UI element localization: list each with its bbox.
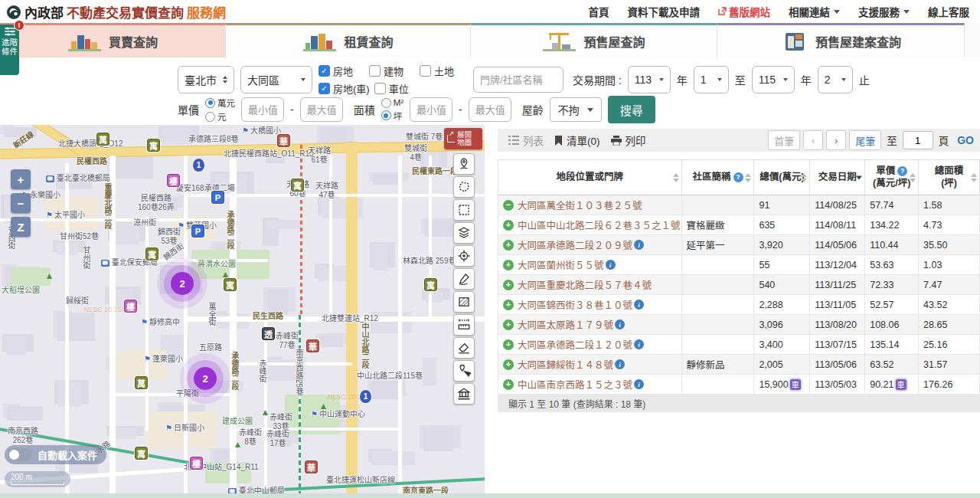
area-max-input[interactable]	[469, 97, 511, 122]
tab-4[interactable]: 預售屋建案查詢	[717, 23, 965, 57]
advanced-conditions-button[interactable]: 進階 條件 !	[0, 25, 19, 75]
building-age-dropdown[interactable]: 不拘	[550, 97, 602, 122]
price-min-input[interactable]	[241, 97, 284, 122]
locate-tool-button[interactable]	[453, 245, 475, 267]
price-max-input[interactable]	[300, 97, 343, 122]
nav-link-1[interactable]: 首頁	[589, 4, 609, 19]
column-header-1[interactable]: 地段位置或門牌	[498, 160, 682, 195]
map-panel[interactable]: 新莊線大橋國小北捷大橋頭站_O12承德路三段8巷民權西路北捷民權西路站_O11_…	[0, 125, 485, 494]
expand-map-button[interactable]: 展開 地圖	[444, 128, 482, 149]
map-marker-blue[interactable]: P	[211, 191, 224, 204]
expand-row-button[interactable]: +	[503, 220, 514, 231]
draw-tool-button[interactable]	[453, 268, 475, 290]
nav-link-6[interactable]: 線上客服	[928, 4, 969, 19]
expand-row-button[interactable]: +	[503, 319, 514, 330]
expand-row-button[interactable]: +	[503, 300, 514, 310]
rect-select-tool-button[interactable]	[453, 199, 475, 221]
expand-row-button[interactable]: +	[503, 280, 514, 290]
table-row-3[interactable]: +大同區承德路二段２０９號i延平第一3,920114/05/06110.4435…	[498, 235, 980, 255]
page-number-input[interactable]	[903, 131, 933, 149]
toggle-track[interactable]	[8, 448, 32, 461]
landmark-tool-button[interactable]	[453, 383, 475, 405]
address-link[interactable]: 大同區萬全街１０３巷２５號	[518, 198, 642, 212]
map-marker-red[interactable]: 華	[306, 339, 319, 352]
table-row-8[interactable]: +大同區承德路二段１２０號i3,400113/07/15135.1425.16	[498, 335, 980, 355]
info-icon[interactable]: i	[615, 319, 625, 329]
map-marker-olive[interactable]: 寓	[135, 447, 148, 460]
address-link[interactable]: 中山區中山北路二段６２巷３５之１號	[518, 218, 681, 232]
expand-row-button[interactable]: +	[503, 339, 514, 350]
collapse-row-button[interactable]: −	[503, 200, 514, 211]
info-icon[interactable]: i	[634, 339, 644, 349]
price-unit-radio-1[interactable]: 萬元	[205, 97, 235, 109]
saved-list-button[interactable]: 清單(0)	[554, 133, 600, 148]
next-page-button[interactable]: ›	[826, 130, 846, 150]
city-select[interactable]: 臺北市	[178, 66, 234, 93]
expand-row-button[interactable]: +	[503, 379, 514, 390]
address-link[interactable]: 大同區承德路二段２０９號	[518, 238, 632, 252]
address-community-input[interactable]	[473, 67, 564, 93]
pick-location-tool-button[interactable]	[453, 360, 475, 382]
table-row-9[interactable]: +大同區歸綏街１４８號i靜修新品2,005113/05/0663.5231.57	[498, 355, 980, 375]
last-page-button[interactable]: 尾筆	[849, 130, 881, 150]
address-link[interactable]: 大同區重慶北路二段５７巷４號	[518, 277, 652, 292]
column-header-5[interactable]: 單價?(萬元/坪)	[865, 160, 919, 195]
district-select[interactable]: 大同區	[240, 66, 312, 93]
map-marker-magenta[interactable]: 樓	[167, 174, 180, 187]
zoom-out-button[interactable]: −	[11, 193, 31, 213]
help-icon[interactable]: ?	[733, 172, 743, 182]
prev-page-button[interactable]: ‹	[803, 130, 823, 150]
table-row-10[interactable]: +中山區南京西路１５之３號i15,900車113/05/0390.21車176.…	[498, 375, 980, 395]
map-marker-dark[interactable]: 透	[262, 327, 275, 340]
map-marker-olive[interactable]: 萬	[96, 133, 109, 146]
month-to-select[interactable]: 2	[818, 66, 853, 93]
column-header-3[interactable]: 總價(萬元)	[754, 160, 810, 195]
type-checkbox-4[interactable]: 車位	[374, 81, 409, 96]
column-header-4[interactable]: 交易日期	[810, 160, 865, 195]
layers-tool-button[interactable]	[453, 222, 475, 244]
map-marker-magenta[interactable]: 樓	[124, 300, 137, 313]
info-icon[interactable]: i	[606, 260, 616, 270]
nav-link-4[interactable]: 相關連結	[789, 4, 840, 19]
map-marker-olive[interactable]: 寓	[424, 278, 437, 291]
nav-link-3[interactable]: 舊版網站	[718, 4, 770, 19]
tab-2[interactable]: 租賃查詢	[226, 23, 471, 57]
address-link[interactable]: 大同區歸綏街１４８號	[518, 357, 613, 372]
map-cluster-2[interactable]: 2	[194, 367, 217, 390]
map-marker-shield[interactable]: 1	[193, 159, 204, 172]
nav-link-2[interactable]: 資料下載及申請	[628, 4, 701, 19]
map-marker-olive[interactable]: 寓	[291, 179, 304, 192]
map-marker-red[interactable]: 華	[277, 134, 290, 147]
column-header-2[interactable]: 社區簡稱?	[682, 160, 755, 195]
map-marker-shield[interactable]: 1	[360, 390, 371, 403]
map-marker-blue[interactable]: P	[191, 224, 204, 238]
area-hatch-tool-button[interactable]	[453, 291, 475, 313]
type-checkbox-0[interactable]: ✓房地	[318, 64, 366, 78]
address-link[interactable]: 大同區太原路１７９號	[518, 317, 613, 332]
table-row-7[interactable]: +大同區太原路１７９號i3,096113/08/20108.0628.65	[498, 315, 980, 335]
address-link[interactable]: 大同區錦西街３８巷１０號	[518, 297, 632, 312]
info-icon[interactable]: i	[634, 240, 644, 250]
address-link[interactable]: 中山區南京西路１５之３號	[518, 377, 632, 392]
map-cluster-1[interactable]: 2	[171, 272, 194, 295]
expand-row-button[interactable]: +	[503, 240, 514, 251]
print-button[interactable]: 列印	[611, 133, 646, 148]
eraser-tool-button[interactable]	[453, 337, 475, 359]
year-to-select[interactable]: 115	[752, 66, 795, 93]
table-row-6[interactable]: +大同區錦西街３８巷１０號i2,288113/11/0552.5743.52	[498, 295, 980, 315]
info-icon[interactable]: i	[615, 359, 625, 369]
area-min-input[interactable]	[410, 97, 452, 122]
table-row-2[interactable]: +中山區中山北路二段６２巷３５之１號i寶格麗緻635114/08/11134.2…	[498, 215, 980, 235]
list-view-button[interactable]: 列表	[508, 133, 544, 148]
ruler-tool-button[interactable]	[453, 314, 475, 336]
type-checkbox-2[interactable]: 土地	[420, 64, 467, 78]
address-link[interactable]: 大同區蘭州街５５號	[518, 257, 604, 272]
nav-link-5[interactable]: 支援服務	[858, 4, 910, 19]
table-row-4[interactable]: +大同區蘭州街５５號i55113/12/0453.631.03	[498, 255, 980, 275]
type-checkbox-3[interactable]: ✓房地(車)	[318, 81, 370, 96]
map-marker-olive[interactable]: 寓	[147, 139, 160, 152]
expand-row-button[interactable]: +	[503, 260, 514, 270]
zoom-in-button[interactable]: +	[11, 169, 31, 189]
go-button[interactable]: GO	[957, 134, 974, 146]
year-from-select[interactable]: 113	[628, 66, 671, 93]
